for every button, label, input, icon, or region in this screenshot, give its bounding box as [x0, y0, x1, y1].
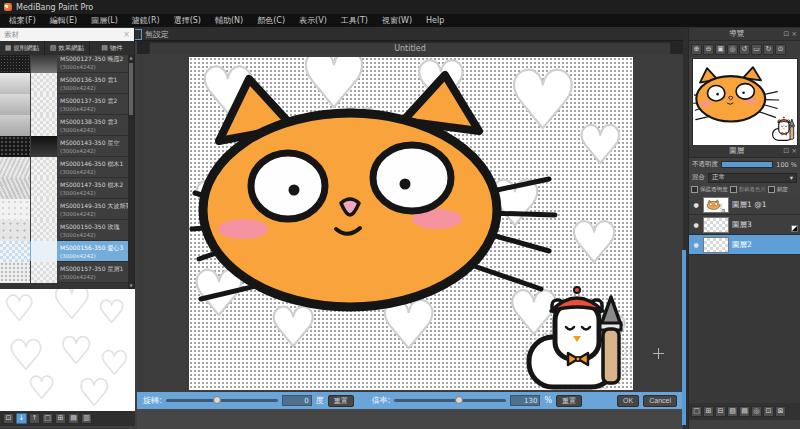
clipping-mask-label: 剪裁遮色片 [739, 186, 767, 193]
blend-row: 混合 正常 ▾ [689, 171, 800, 184]
visibility-icon[interactable]: ● [692, 221, 700, 228]
ok-button[interactable]: OK [617, 395, 639, 407]
document-tab-strip: Untitled [137, 41, 683, 54]
reset-view-icon[interactable]: ▭ [751, 44, 762, 55]
clipboard-icon[interactable]: ▥ [81, 413, 92, 424]
scroll-up-icon[interactable]: ▲ [128, 55, 134, 61]
protect-alpha-checkbox[interactable] [691, 186, 698, 193]
scale-value-field[interactable]: 130 [510, 395, 540, 406]
rotation-reset-button[interactable]: 重置 [328, 395, 354, 407]
fit-view-icon[interactable]: ▣ [715, 44, 726, 55]
folder-icon: ▤ [101, 44, 108, 52]
scale-slider[interactable] [394, 399, 506, 402]
rotation-value-field[interactable]: 0 [282, 395, 312, 406]
material-strip-thumbnail [0, 199, 30, 220]
lock-layer-checkbox[interactable] [768, 186, 775, 193]
panel-divider-handle[interactable] [682, 250, 686, 425]
material-folder-icon[interactable]: ▤ [68, 413, 79, 424]
popout-icon[interactable]: ⊡ [783, 147, 789, 155]
menu-tool[interactable]: 工具(T) [334, 14, 375, 27]
zoom-out-icon[interactable]: ⊖ [703, 44, 714, 55]
material-strip-thumbnail [0, 220, 30, 241]
canvas-area[interactable] [137, 54, 683, 392]
duplicate-layer-icon[interactable]: ⊞ [703, 406, 714, 417]
materials-panel: 素材 × ▦ 規則網點 ▨ 效果網點 ▤ 物件 MS000127-350 晚霞2 [0, 28, 135, 426]
menu-snap[interactable]: 輔助(N) [208, 14, 250, 27]
scale-slider-thumb[interactable] [455, 396, 463, 404]
menu-help[interactable]: Help [419, 14, 451, 27]
material-item[interactable]: MS000149-350 大波斯菊 (3000x4242) [0, 199, 129, 220]
layer-row[interactable]: ● 圖層3 [689, 215, 800, 235]
open-external-icon[interactable]: ⊡ [3, 413, 14, 424]
camera-icon[interactable]: ◎ [751, 406, 762, 417]
tab-label: 物件 [110, 44, 123, 53]
material-item-selected[interactable]: MS000156-350 愛心3 (3000x4242) [0, 241, 129, 262]
navigator-header: 導覽 ⊡ × [689, 28, 800, 41]
rotation-slider[interactable] [166, 399, 278, 402]
merge-layer-icon[interactable]: ⊡ [763, 406, 774, 417]
menu-color[interactable]: 顏色(C) [250, 14, 292, 27]
materials-scrollbar[interactable]: ▲ ▼ [128, 55, 134, 289]
visibility-icon[interactable]: ● [692, 201, 700, 208]
blend-label: 混合 [692, 173, 705, 182]
material-item[interactable]: MS000127-350 晚霞2 (3000x4242) [0, 55, 129, 73]
menu-edit[interactable]: 編輯(E) [43, 14, 84, 27]
tab-regular-tone[interactable]: ▦ 規則網點 [0, 41, 45, 55]
menu-file[interactable]: 檔案(F) [2, 14, 43, 27]
material-item[interactable]: MS000147-350 樹木2 (3000x4242) [0, 178, 129, 199]
rotate-ccw-icon[interactable]: ↺ [739, 44, 750, 55]
material-item[interactable]: MS000157-350 星屑1 (3000x4242) [0, 262, 129, 283]
menu-select[interactable]: 選擇(S) [167, 14, 208, 27]
navigator-preview[interactable] [692, 58, 798, 146]
material-strip-thumbnail [0, 178, 30, 199]
opacity-slider[interactable] [721, 161, 773, 168]
actual-size-icon[interactable]: ◎ [727, 44, 738, 55]
new-layer-icon[interactable]: □ [691, 406, 702, 417]
tone-layer-icon[interactable]: ▨ [727, 406, 738, 417]
canvas-page[interactable] [189, 57, 633, 390]
lock-icon[interactable]: ⊙ [775, 44, 786, 55]
document-tab[interactable]: Untitled [149, 42, 671, 54]
material-item[interactable]: MS000138-350 雲3 (3000x4242) [0, 115, 129, 136]
menu-view[interactable]: 表示(V) [292, 14, 334, 27]
rotate-cw-icon[interactable]: ↻ [763, 44, 774, 55]
clipping-mask-checkbox[interactable] [730, 186, 737, 193]
material-item[interactable]: MS000137-350 雲2 (3000x4242) [0, 94, 129, 115]
cancel-button[interactable]: Cancel [643, 395, 677, 407]
material-preview [0, 289, 135, 411]
tone-move-handle-icon[interactable] [653, 348, 664, 359]
upload-material-icon[interactable]: ↑ [29, 413, 40, 424]
visibility-icon[interactable]: ● [692, 241, 700, 248]
add-material-icon[interactable]: ⊞ [55, 413, 66, 424]
image-icon: ▨ [50, 44, 57, 52]
material-thumbnail [31, 73, 57, 94]
tab-object[interactable]: ▤ 物件 [90, 41, 134, 55]
close-icon[interactable]: × [791, 147, 797, 155]
scrollbar-thumb[interactable] [129, 63, 133, 115]
material-item[interactable]: MS000146-350 樹木1 (3000x4242) [0, 157, 129, 178]
rotation-slider-thumb[interactable] [213, 396, 221, 404]
transfer-layer-icon[interactable]: ⊟ [715, 406, 726, 417]
menu-filter[interactable]: 濾鏡(R) [125, 14, 167, 27]
download-material-icon[interactable]: ↓ [16, 413, 27, 424]
material-label: MS000137-350 雲2 (3000x4242) [57, 97, 129, 112]
zoom-in-icon[interactable]: ⊕ [691, 44, 702, 55]
material-item[interactable]: MS000143-350 星空 (3000x4242) [0, 136, 129, 157]
material-label: MS000136-350 雲1 (3000x4242) [57, 76, 129, 91]
close-icon[interactable]: × [791, 30, 797, 38]
menu-window[interactable]: 視窗(W) [375, 14, 419, 27]
title-bar: MediBang Paint Pro [0, 0, 800, 14]
layer-folder-icon[interactable]: ▤ [739, 406, 750, 417]
material-item[interactable]: MS000136-350 雲1 (3000x4242) [0, 73, 129, 94]
tab-effect-tone[interactable]: ▨ 效果網點 [45, 41, 90, 55]
layer-row[interactable]: ● 圖層1 @1 [689, 195, 800, 215]
blend-mode-select[interactable]: 正常 ▾ [708, 173, 797, 183]
delete-layer-icon[interactable]: ⊠ [775, 406, 786, 417]
menu-layer[interactable]: 圖層(L) [84, 14, 125, 27]
close-icon[interactable]: × [123, 30, 130, 39]
scale-reset-button[interactable]: 重置 [556, 395, 582, 407]
popout-icon[interactable]: ⊡ [783, 30, 789, 38]
new-material-icon[interactable]: □ [42, 413, 53, 424]
layer-row-selected[interactable]: ● 圖層2 [689, 235, 800, 255]
material-item[interactable]: MS000150-350 玫瑰 (3000x4242) [0, 220, 129, 241]
